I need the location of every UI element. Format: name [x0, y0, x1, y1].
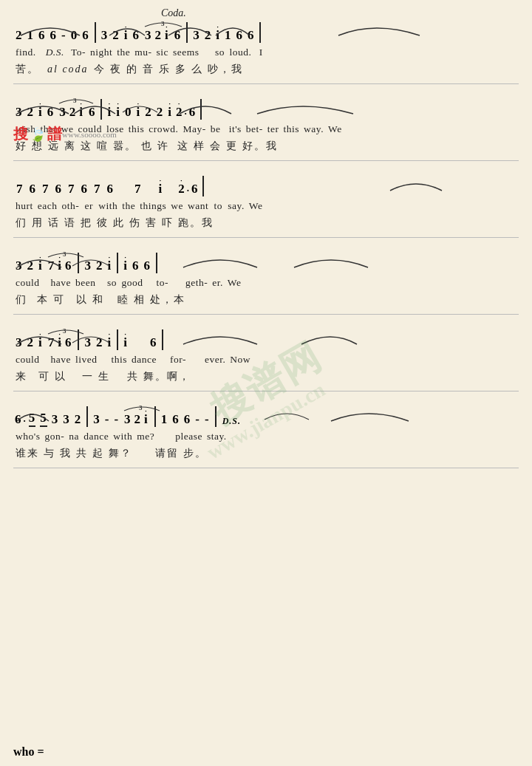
lyric-word: er — [83, 200, 94, 212]
lyric-word: could — [16, 277, 40, 289]
svg-text:3: 3 — [73, 97, 78, 104]
section-6-lyrics-en: who's gon- na dance with me? please stay… — [13, 428, 519, 445]
note: ·i — [116, 105, 120, 120]
note: ·i — [159, 182, 163, 196]
note: 2 — [16, 28, 23, 43]
lyric-word: Now — [230, 354, 250, 366]
note: 3 — [52, 412, 59, 427]
note: 6 — [15, 412, 22, 427]
section-1-lyrics-cn: 苦。 al coda 今 夜 的 音 乐 多 么 吵，我 — [13, 61, 519, 78]
lyric-word: so — [106, 277, 117, 289]
dash: - — [61, 28, 66, 43]
lyric-word: this — [129, 123, 145, 135]
note: 7 — [48, 259, 55, 273]
note: ·i — [79, 105, 83, 120]
note: ·i — [107, 335, 112, 350]
note: 2 — [134, 412, 142, 427]
lyric-word: mu- — [134, 47, 151, 58]
lyric-char: 吵，我 — [208, 63, 243, 76]
section-4-lyrics-en: could have been so good to- geth- er. We — [13, 275, 519, 291]
section-6-notes: 6 . 5 5 3 3 2 3 - - 3 3 2 ·i 1 — [13, 393, 519, 428]
note: 6 — [132, 259, 140, 273]
lyric-word: been — [75, 277, 95, 289]
lyric-word: dance — [83, 431, 109, 442]
lyric-word: ever. — [205, 354, 225, 366]
lyric-char: 这 — [177, 140, 189, 153]
lyric-word: say. — [228, 200, 245, 212]
lyric-char: 用 — [32, 216, 44, 230]
section-3-notes-row: 7 6 7 6 7 6 7 6 7 ·i ·2 . 6 — [13, 163, 519, 198]
note: 7 — [134, 182, 142, 196]
dash: - — [195, 412, 200, 427]
lyric-char: 以 — [76, 293, 88, 307]
note: 6 — [38, 28, 46, 43]
lyric-char: 多 — [175, 63, 187, 76]
lyric-char: 乐 — [159, 63, 171, 76]
lyric-word: find. — [16, 47, 36, 58]
lyric-word: gon- — [44, 431, 64, 442]
lyric-word: er. — [212, 277, 223, 289]
dash: - — [205, 412, 210, 427]
note: 3 — [63, 412, 70, 427]
section-1-lyrics-en: find. D.S. To- night the mu- sic seems s… — [13, 44, 519, 61]
section-2: 3 2 ·i 6 3 3 2 ·i 6 ·i ·i 0 ·i 2 2 · — [13, 86, 519, 161]
bar-line — [117, 329, 118, 350]
bar-line — [259, 22, 261, 43]
lyric-char: 们 — [16, 216, 27, 230]
note: ·i — [216, 28, 220, 43]
note: ·i — [136, 105, 140, 120]
section-5-lyrics-en: could have lived this dance for- ever. N… — [13, 352, 519, 368]
note: 6 — [65, 259, 72, 273]
lyric-word: me? — [137, 431, 154, 442]
lyric-word: this — [111, 354, 127, 366]
section-5-notes: 3 2 ·i 3 7 ·i 6 3 2 ·i ·i 6 — [13, 316, 519, 352]
lyric-char: 共 — [127, 370, 139, 383]
lyric-word: with — [113, 431, 132, 442]
lyric-word: seems — [173, 47, 200, 58]
bar-line — [86, 406, 88, 427]
lyric-word: for- — [170, 354, 186, 366]
lyric-char: 许 — [157, 140, 169, 153]
lyric-char: 跑。我 — [178, 216, 214, 230]
note: 6 — [150, 335, 157, 350]
note: 6 — [191, 182, 199, 196]
bar-line — [95, 22, 96, 43]
lyric-word: crowd. — [149, 123, 178, 135]
logo-sub: www.soooo.com — [62, 130, 117, 139]
note: 0 — [71, 28, 78, 43]
note: 5 — [29, 411, 36, 427]
section-6-notes-row: 6 . 5 5 3 3 2 3 - - 3 3 2 ·i 1 — [13, 393, 519, 428]
lyric-word: dance — [132, 354, 157, 366]
note: 6 — [236, 28, 243, 43]
section-2-notes-row: 3 2 ·i 6 3 3 2 ·i 6 ·i ·i 0 ·i 2 2 · — [13, 86, 519, 121]
note: 7 — [68, 182, 75, 196]
note: ·2 — [176, 105, 183, 120]
note: 3 — [93, 412, 100, 427]
lyric-char: 彼 — [97, 216, 109, 230]
lyric-word: want — [188, 200, 208, 212]
lyric-word: oth- — [61, 200, 79, 212]
note: 2 — [27, 335, 35, 350]
note: 6 — [189, 105, 197, 120]
note: 2 — [145, 105, 152, 120]
section-4-notes: 3 2 ·i 3 7 ·i 6 3 2 ·i ·i 6 6 — [13, 239, 519, 275]
note: ·i — [165, 28, 169, 43]
note: 5 — [40, 411, 47, 427]
note: ·i — [38, 259, 43, 273]
lyric-char: 么 — [191, 63, 203, 76]
note: 2 — [96, 259, 103, 273]
note: 1 — [225, 28, 232, 43]
dash: - — [105, 412, 110, 427]
lyric-word: way. — [304, 123, 324, 135]
note: 6 — [172, 412, 180, 427]
lyric-word: lived — [75, 354, 98, 366]
note: 2 — [27, 105, 35, 120]
lyric-word: with — [98, 200, 117, 212]
lyric-char: 伤 — [129, 216, 141, 230]
lyric-char: 更 — [226, 140, 238, 153]
page: 搜谱网 www.jianpu.cn 搜🍃譜 www.soooo.com Coda… — [0, 0, 532, 766]
note: ·i — [168, 105, 172, 120]
note: ·i — [124, 28, 129, 43]
lyric-char: 也 — [141, 140, 153, 153]
lyric-char: 以 — [55, 370, 66, 383]
